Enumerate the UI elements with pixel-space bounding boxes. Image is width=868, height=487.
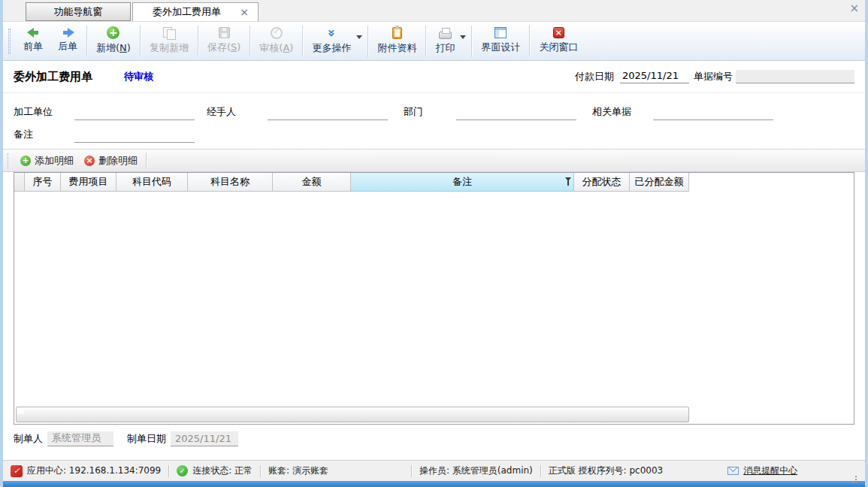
print-button[interactable]: 打印 [428,23,470,59]
processing-unit-label: 加工单位 [14,105,74,120]
maker-field: 系统管理员 [47,431,113,446]
status-separator [411,465,412,477]
status-separator [540,465,541,477]
next-doc-button[interactable]: 后单 [50,23,85,59]
maker-label: 制单人 [14,432,43,446]
close-window-button[interactable]: 关闭窗口 [531,23,585,59]
horizontal-scrollbar[interactable] [16,407,689,422]
operator-status: 操作员: 系统管理员(admin) [419,464,533,477]
message-center-link[interactable]: 消息提醒中心 [727,464,797,477]
main-toolbar: 前单 后单 新增(N) 复制新增 保存(S) 审核(A) 更多操 [3,21,865,61]
maker-row: 制单人 系统管理员 制单日期 2025/11/21 [3,425,865,452]
prev-doc-button[interactable]: 前单 [16,23,50,59]
toolbar-separator [86,26,87,57]
window-bottom-border [3,481,865,487]
ui-design-button[interactable]: 界面设计 [473,23,528,59]
toolbar-grip [8,29,11,54]
tab-outsourcing-expense[interactable]: 委外加工费用单 × [132,2,259,21]
dropdown-caret-icon [460,35,466,42]
status-separator [260,465,261,477]
toolbar-separator [425,26,426,57]
column-header-expense-item[interactable]: 费用项目 [61,173,116,192]
column-header-alloc-status[interactable]: 分配状态 [574,173,630,192]
handler-input[interactable] [268,107,388,120]
prev-doc-label: 前单 [23,40,43,53]
audit-button: 审核(A) [252,23,301,59]
double-chevron-down-icon [325,29,337,37]
save-floppy-icon [219,27,230,38]
attachments-button[interactable]: 附件资料 [370,23,424,59]
account-set-text: 账套: 演示账套 [268,464,328,477]
license-status: 正式版 授权序列号: pc0003 [549,464,663,477]
green-check-icon [177,465,188,476]
column-header-seq[interactable]: 序号 [25,173,61,192]
close-window-label: 关闭窗口 [539,41,578,54]
toolbar-separator [471,26,472,57]
delete-detail-label: 删除明细 [98,154,138,168]
arrow-left-icon [27,28,40,38]
add-detail-label: 添加明细 [35,154,74,168]
envelope-icon [727,467,739,475]
document-title-row: 委外加工费用单 待审核 付款日期 2025/11/21 单据编号 [3,61,865,92]
delete-detail-button[interactable]: 删除明细 [79,152,143,170]
tab-close-icon[interactable]: × [240,7,249,17]
window-layout-icon [494,27,507,38]
tab-function-nav[interactable]: 功能导航窗 [26,2,131,21]
document-content: 委外加工费用单 待审核 付款日期 2025/11/21 单据编号 加工单位 经手… [3,61,865,460]
remark-field-group: 备注 [14,128,195,143]
detail-grid: 序号 费用项目 科目代码 科目名称 金额 备注 分配状态 已分配金额 [14,172,854,425]
column-header-allocated-amount[interactable]: 已分配金额 [630,173,689,192]
x-circle-icon [84,156,95,166]
filter-funnel-icon[interactable] [565,177,571,181]
account-set-status: 账套: 演示账套 [268,464,328,477]
connection-status: 连接状态: 正常 [177,464,253,477]
detail-toolbar: 添加明细 删除明细 [3,149,865,172]
department-field-group: 部门 [404,105,576,120]
window-close-icon[interactable]: × [849,3,859,14]
toolbar-separator [367,26,368,57]
related-doc-label: 相关单据 [592,105,653,120]
next-doc-label: 后单 [58,40,77,53]
toolbar-separator [302,26,303,57]
detail-toolbar-separator [146,153,147,169]
toolbar-separator [529,26,530,57]
grid-body-empty[interactable] [14,192,854,424]
app-center-status: 应用中心: 192.168.1.134:7099 [11,464,161,477]
connection-text: 连接状态: 正常 [192,464,253,477]
related-doc-input[interactable] [653,107,773,120]
detail-toolbar-grip [8,153,9,168]
processing-unit-field-group: 加工单位 [14,105,195,120]
status-bar: 应用中心: 192.168.1.134:7099 连接状态: 正常 账套: 演示… [3,460,865,481]
column-header-account-code[interactable]: 科目代码 [116,173,188,192]
new-button[interactable]: 新增(N) [89,23,138,59]
remark-label: 备注 [14,128,74,143]
remark-input[interactable] [74,130,195,143]
dropdown-caret-icon [356,35,362,42]
handler-label: 经手人 [207,105,268,120]
department-input[interactable] [456,107,576,120]
doc-no-label: 单据编号 [694,70,733,83]
toolbar-separator [140,26,141,57]
resize-grip[interactable] [848,472,857,481]
operator-text: 操作员: 系统管理员(admin) [419,464,533,477]
add-detail-button[interactable]: 添加明细 [15,152,79,170]
red-x-icon [553,27,564,38]
more-actions-button[interactable]: 更多操作 [304,23,366,59]
column-header-amount[interactable]: 金额 [273,173,351,192]
printer-icon [439,32,452,39]
toolbar-separator [250,26,250,57]
plus-circle-icon [20,156,31,166]
related-doc-field-group: 相关单据 [592,105,773,120]
pay-date-field[interactable]: 2025/11/21 [620,70,689,83]
processing-unit-input[interactable] [74,107,195,120]
header-form: 加工单位 经手人 部门 相关单据 备注 [3,92,865,149]
maker-date-field: 2025/11/21 [171,431,238,446]
print-label: 打印 [435,41,455,55]
arrow-right-icon [62,28,74,38]
tab-label: 委外加工费用单 [153,5,221,19]
column-header-remark[interactable]: 备注 [351,173,574,192]
copy-icon [163,27,175,39]
ui-design-label: 界面设计 [481,41,520,54]
column-header-account-name[interactable]: 科目名称 [188,173,273,192]
message-center-text: 消息提醒中心 [743,464,797,477]
